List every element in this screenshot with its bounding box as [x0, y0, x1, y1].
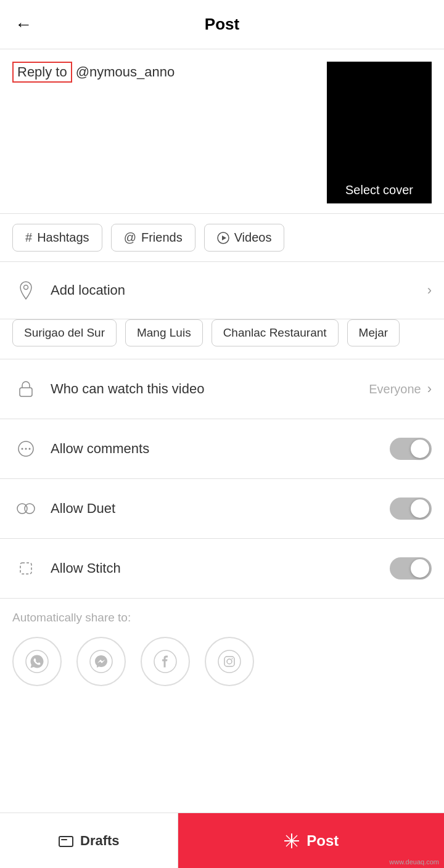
- cover-thumbnail[interactable]: Select cover: [327, 62, 432, 203]
- social-icons-row: [0, 631, 444, 703]
- privacy-value: Everyone: [369, 382, 421, 396]
- caption-area: Reply to Select cover: [0, 49, 444, 214]
- hashtags-button[interactable]: # Hashtags: [12, 224, 102, 252]
- location-chip-2[interactable]: Chanlac Restaurant: [212, 319, 339, 346]
- allow-duet-label: Allow Duet: [51, 501, 390, 517]
- svg-point-11: [90, 650, 112, 673]
- caption-input-wrap: Reply to: [12, 62, 317, 203]
- allow-duet-knob: [411, 499, 429, 518]
- allow-stitch-knob: [411, 559, 429, 578]
- svg-point-5: [25, 448, 27, 450]
- page-title: Post: [205, 15, 239, 34]
- location-suggestions: Surigao del Sur Mang Luis Chanlac Restau…: [0, 319, 444, 359]
- hashtags-label: Hashtags: [37, 231, 89, 245]
- reply-to-label: Reply to: [12, 62, 72, 83]
- svg-rect-17: [59, 837, 73, 846]
- comments-icon: [12, 435, 39, 462]
- location-chip-3[interactable]: Mejar: [347, 319, 400, 346]
- svg-point-8: [25, 504, 35, 514]
- play-icon: [217, 232, 229, 244]
- instagram-button[interactable]: [205, 637, 254, 686]
- privacy-row[interactable]: Who can watch this video Everyone ›: [0, 359, 444, 419]
- location-chip-0[interactable]: Surigao del Sur: [12, 319, 117, 346]
- facebook-button[interactable]: [141, 637, 190, 686]
- caption-input[interactable]: [76, 64, 317, 80]
- at-icon: @: [124, 231, 136, 245]
- allow-comments-row[interactable]: Allow comments: [0, 419, 444, 479]
- stitch-icon: [12, 555, 39, 582]
- friends-button[interactable]: @ Friends: [111, 224, 195, 252]
- svg-point-4: [22, 448, 23, 450]
- location-chip-1[interactable]: Mang Luis: [125, 319, 203, 346]
- location-chevron-icon: ›: [427, 282, 432, 298]
- videos-button[interactable]: Videos: [204, 224, 285, 252]
- watermark: www.deuaq.com: [389, 858, 439, 866]
- tag-row: # Hashtags @ Friends Videos: [0, 214, 444, 262]
- allow-duet-row[interactable]: Allow Duet: [0, 479, 444, 539]
- messenger-button[interactable]: [76, 637, 126, 686]
- duet-icon: [12, 495, 39, 522]
- svg-rect-2: [20, 388, 32, 396]
- post-sparkle-icon: [283, 832, 300, 850]
- allow-comments-label: Allow comments: [51, 441, 390, 457]
- drafts-icon: [58, 834, 74, 848]
- location-pin-icon: [12, 277, 39, 304]
- allow-comments-knob: [411, 440, 429, 458]
- whatsapp-button[interactable]: [12, 637, 62, 686]
- add-location-label: Add location: [51, 282, 427, 298]
- back-button[interactable]: ←: [15, 15, 32, 35]
- location-row[interactable]: Add location ›: [0, 262, 444, 319]
- reply-to-row: Reply to: [12, 62, 317, 83]
- privacy-chevron-icon: ›: [427, 381, 432, 397]
- allow-stitch-row[interactable]: Allow Stitch: [0, 539, 444, 599]
- auto-share-label: Automatically share to:: [0, 599, 444, 631]
- post-label: Post: [306, 832, 339, 850]
- bottom-bar: Drafts Post: [0, 813, 444, 868]
- page-header: ← Post: [0, 0, 444, 49]
- svg-point-13: [218, 650, 240, 673]
- cover-label: Select cover: [327, 177, 432, 203]
- svg-point-15: [227, 659, 232, 664]
- hashtag-icon: #: [25, 231, 32, 245]
- privacy-lock-icon: [12, 375, 39, 403]
- svg-point-16: [232, 658, 233, 660]
- svg-rect-18: [61, 839, 67, 840]
- svg-point-6: [29, 448, 31, 450]
- videos-label: Videos: [234, 231, 272, 245]
- drafts-button[interactable]: Drafts: [0, 813, 178, 868]
- allow-stitch-toggle[interactable]: [390, 557, 432, 579]
- allow-comments-toggle[interactable]: [390, 438, 432, 460]
- svg-marker-1: [222, 235, 226, 240]
- friends-label: Friends: [141, 231, 183, 245]
- privacy-label: Who can watch this video: [51, 381, 369, 397]
- allow-duet-toggle[interactable]: [390, 497, 432, 520]
- allow-stitch-label: Allow Stitch: [51, 560, 390, 576]
- svg-rect-14: [224, 657, 234, 666]
- svg-rect-9: [20, 563, 31, 574]
- drafts-label: Drafts: [80, 833, 120, 849]
